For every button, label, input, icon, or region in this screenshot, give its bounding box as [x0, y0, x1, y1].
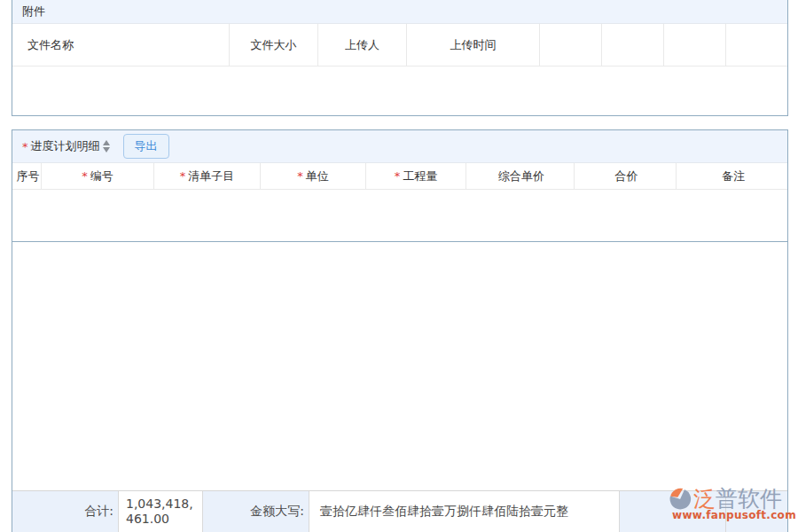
- attachments-title: 附件: [22, 4, 45, 20]
- col-empty-3: [664, 24, 726, 66]
- col-file-size: 文件大小: [230, 24, 318, 66]
- total-label: 合计:: [12, 491, 119, 532]
- detail-empty-row: [12, 190, 787, 242]
- col-empty-2: [602, 24, 664, 66]
- total-value: 1,043,418,461.00: [119, 491, 203, 532]
- attachments-table-header: 文件名称 文件大小 上传人 上传时间: [12, 24, 787, 66]
- export-button[interactable]: 导出: [123, 134, 169, 159]
- totals-row: 合计: 1,043,418,461.00 金额大写: 壹拾亿肆仟叁佰肆拾壹万捌仟…: [12, 490, 787, 532]
- total-empty-cell-2: [726, 491, 787, 532]
- col-unit-price: 综合单价: [466, 163, 575, 190]
- col-number: *编号: [42, 163, 154, 190]
- col-upload-time: 上传时间: [407, 24, 540, 66]
- col-file-name: 文件名称: [12, 24, 230, 66]
- col-remark: 备注: [677, 163, 787, 190]
- attachments-section-header: 附件: [12, 0, 787, 24]
- required-asterisk: *: [22, 140, 28, 153]
- progress-plan-section-header: * 进度计划明细 导出: [12, 130, 787, 163]
- total-empty-cell-1: [620, 491, 726, 532]
- detail-body-area: [12, 242, 787, 490]
- col-list-subitem: *清单子目: [154, 163, 261, 190]
- col-uploader: 上传人: [318, 24, 407, 66]
- col-empty-1: [540, 24, 602, 66]
- arrow-down-icon: [103, 147, 110, 153]
- detail-table-header: 序号 *编号 *清单子目 *单位 *工程量 综合单价 合价 备注: [12, 163, 787, 190]
- col-seq: 序号: [12, 163, 42, 190]
- amount-words-value: 壹拾亿肆仟叁佰肆拾壹万捌仟肆佰陆拾壹元整: [309, 491, 620, 532]
- col-unit: *单位: [261, 163, 366, 190]
- arrow-up-icon: [103, 140, 110, 145]
- amount-words-label: 金额大写:: [203, 491, 309, 532]
- progress-plan-panel: * 进度计划明细 导出 序号 *编号 *清单子目 *单位 *工程量 综合单价 合…: [12, 129, 788, 532]
- col-empty-4: [726, 24, 787, 66]
- col-total-price: 合价: [575, 163, 677, 190]
- attachments-panel: 附件 文件名称 文件大小 上传人 上传时间: [12, 0, 788, 116]
- col-quantity: *工程量: [366, 163, 466, 190]
- stepper-icon[interactable]: [103, 140, 110, 153]
- progress-plan-title: 进度计划明细: [31, 138, 100, 154]
